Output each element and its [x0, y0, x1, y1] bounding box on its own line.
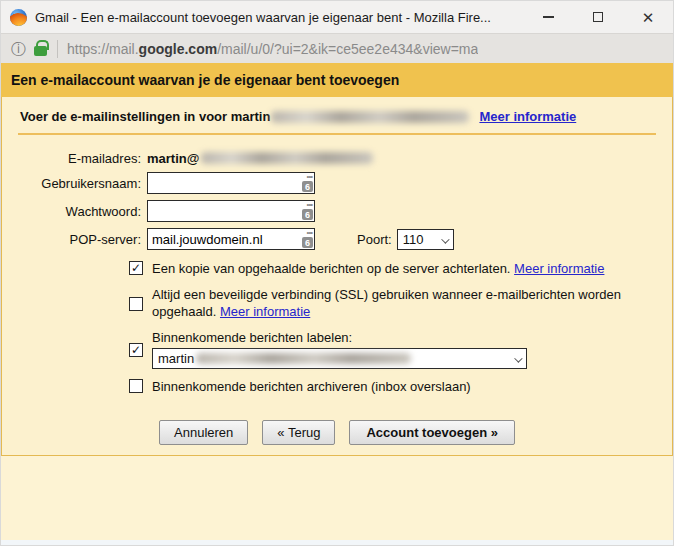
url-prefix: https://mail.: [67, 41, 139, 57]
username-input[interactable]: [148, 174, 296, 192]
keep-copy-row: ✓ Een kopie van opgehaalde berichten op …: [2, 260, 672, 277]
bottom-strip: [1, 540, 673, 545]
add-account-button[interactable]: Account toevoegen »: [349, 420, 514, 445]
chevron-down-icon: [441, 235, 449, 243]
url-bar[interactable]: ⓘ https://mail.google.com/mail/u/0/?ui=2…: [1, 33, 673, 63]
header-separator: [18, 133, 656, 135]
checkmark-icon: ✓: [131, 344, 141, 356]
email-address-label: E-mailadres:: [2, 151, 147, 166]
options-section: ✓ Een kopie van opgehaalde berichten op …: [2, 260, 672, 395]
secure-lock-icon[interactable]: [34, 46, 47, 56]
keep-copy-checkbox[interactable]: ✓: [129, 261, 143, 275]
password-manager-icon: ••• 6: [297, 202, 313, 221]
pop-server-label: POP-server:: [2, 232, 147, 247]
page-info-icon[interactable]: ⓘ: [11, 41, 26, 56]
port-select[interactable]: 110: [397, 229, 454, 250]
label-checkbox[interactable]: ✓: [129, 343, 143, 357]
maximize-icon: [593, 12, 603, 22]
intro-line: Voer de e-mailinstellingen in voor marti…: [2, 97, 672, 124]
pop-server-row: POP-server: ••• 6 Poort: 110: [2, 228, 672, 250]
button-bar: Annuleren « Terug Account toevoegen »: [2, 420, 672, 445]
ssl-more-info-link[interactable]: Meer informatie: [220, 304, 310, 319]
close-icon: ✕: [642, 10, 655, 25]
password-manager-icon: ••• 6: [297, 230, 313, 249]
keep-copy-more-info-link[interactable]: Meer informatie: [514, 261, 604, 276]
url-domain: google.com: [139, 41, 218, 57]
username-label: Gebruikersnaam:: [2, 176, 147, 191]
redacted-email-blur: [201, 152, 373, 164]
keep-copy-text: Een kopie van opgehaalde berichten op de…: [152, 260, 604, 277]
intro-more-info-link[interactable]: Meer informatie: [479, 109, 576, 124]
password-manager-icon: ••• 6: [297, 174, 313, 193]
window-title: Gmail - Een e-mailaccount toevoegen waar…: [35, 10, 491, 25]
email-settings-form: E-mailadres: martin@ Gebruikersnaam: •••…: [2, 149, 672, 250]
browser-window: Gmail - Een e-mailaccount toevoegen waar…: [0, 0, 674, 546]
close-button[interactable]: ✕: [623, 1, 673, 33]
username-input-wrap: ••• 6: [147, 172, 315, 194]
redacted-email-blur: [271, 111, 469, 123]
dialog-header: Een e-mailaccount waarvan je de eigenaar…: [1, 63, 673, 97]
cancel-button[interactable]: Annuleren: [159, 420, 248, 445]
archive-checkbox[interactable]: ✓: [129, 379, 143, 393]
ssl-text: Altijd een beveiligde verbinding (SSL) g…: [152, 286, 632, 320]
url-divider: [57, 40, 58, 58]
page-background: [1, 456, 673, 540]
label-text: Binnenkomende berichten labelen:: [152, 329, 527, 346]
email-address-row: E-mailadres: martin@: [2, 149, 672, 167]
minimize-button[interactable]: [523, 1, 573, 33]
archive-row: ✓ Binnenkomende berichten archiveren (in…: [2, 378, 672, 395]
dialog-title: Een e-mailaccount waarvan je de eigenaar…: [11, 72, 399, 88]
back-button[interactable]: « Terug: [262, 420, 335, 445]
checkmark-icon: ✓: [131, 262, 141, 274]
label-select-value: martin: [158, 351, 194, 366]
intro-text: Voer de e-mailinstellingen in voor marti…: [20, 109, 270, 124]
password-input-wrap: ••• 6: [147, 200, 315, 222]
archive-text: Binnenkomende berichten archiveren (inbo…: [152, 378, 471, 395]
label-row: ✓ Binnenkomende berichten labelen: marti…: [2, 329, 672, 369]
port-select-value: 110: [403, 232, 424, 247]
username-row: Gebruikersnaam: ••• 6: [2, 172, 672, 194]
ssl-checkbox[interactable]: ✓: [129, 297, 143, 311]
dialog-panel: Voer de e-mailinstellingen in voor marti…: [1, 97, 673, 456]
port-label: Poort:: [357, 232, 392, 247]
window-controls: ✕: [523, 1, 673, 33]
pop-server-input[interactable]: [148, 230, 296, 248]
url-path: /mail/u/0/?ui=2&ik=ce5ee2e434&view=ma: [217, 41, 478, 57]
url-text[interactable]: https://mail.google.com/mail/u/0/?ui=2&i…: [67, 41, 478, 57]
pop-server-input-wrap: ••• 6: [147, 228, 315, 250]
password-label: Wachtwoord:: [2, 204, 147, 219]
maximize-button[interactable]: [573, 1, 623, 33]
ssl-row: ✓ Altijd een beveiligde verbinding (SSL)…: [2, 286, 672, 320]
password-row: Wachtwoord: ••• 6: [2, 200, 672, 222]
email-address-value: martin@: [147, 151, 199, 166]
title-bar: Gmail - Een e-mailaccount toevoegen waar…: [1, 1, 673, 33]
label-column: Binnenkomende berichten labelen: martin: [152, 329, 527, 369]
firefox-icon: [10, 9, 27, 26]
minimize-icon: [543, 16, 554, 18]
redacted-label-blur: [196, 353, 411, 364]
chevron-down-icon: [514, 354, 522, 362]
password-input[interactable]: [148, 202, 296, 220]
label-select[interactable]: martin: [152, 348, 527, 369]
